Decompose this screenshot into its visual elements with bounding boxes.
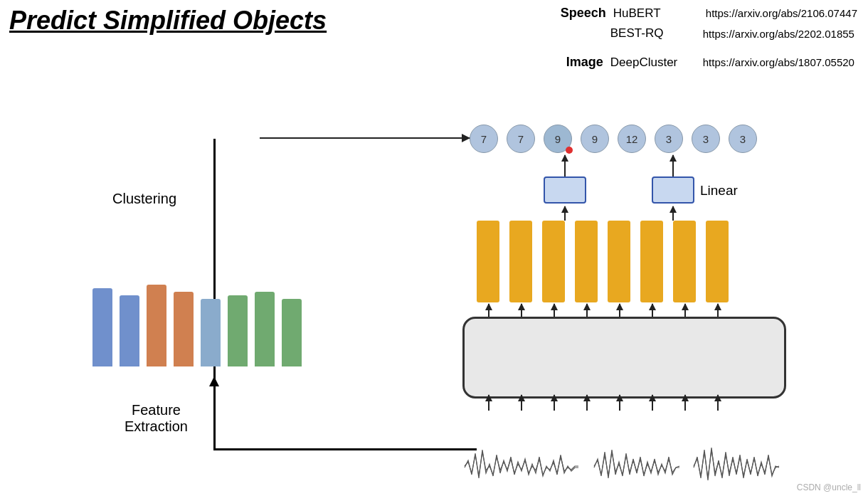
- up-arrow-wave2: [554, 395, 555, 411]
- image-ref-row: Image DeepCluster https://arxiv.org/abs/…: [561, 55, 857, 70]
- linear-label: Linear: [700, 183, 738, 199]
- transformer-box: [462, 317, 786, 399]
- cluster-bubble-7: 3: [729, 125, 757, 153]
- references-panel: Speech HuBERT https://arxiv.org/abs/2106…: [561, 6, 857, 70]
- cluster-bubble-0: 7: [470, 125, 498, 153]
- up-arrow-wave0: [488, 395, 489, 411]
- bestrq-name: BEST-RQ: [610, 26, 696, 41]
- cluster-bubble-4: 12: [618, 125, 646, 153]
- deepcluster-link: https://arxiv.org/abs/1807.05520: [703, 56, 854, 68]
- waveform-3: [690, 439, 783, 496]
- up-arrow-enc7: [717, 304, 719, 317]
- feat-bar-2: [147, 285, 166, 366]
- up-arrow-linear1: [564, 155, 566, 176]
- up-arrow-wave3: [586, 395, 588, 411]
- gold-bar-6: [673, 221, 696, 302]
- deepcluster-name: DeepCluster: [610, 56, 696, 70]
- up-arrow-wave5: [652, 395, 653, 411]
- up-arrow-enc2: [554, 304, 555, 317]
- speech-label: Speech: [561, 6, 606, 21]
- cluster-bubble-5: 3: [655, 125, 683, 153]
- up-arrow-wave7: [717, 395, 719, 411]
- bestrq-ref-row: BEST-RQ https://arxiv.org/abs/2202.01855: [561, 26, 857, 41]
- cluster-bubble-2: 9: [544, 125, 572, 153]
- feat-bar-0: [92, 288, 112, 366]
- feat-bar-1: [120, 295, 139, 366]
- up-arrow-enc4: [619, 304, 620, 317]
- hubert-link: https://arxiv.org/abs/2106.07447: [706, 7, 857, 19]
- hubert-name: HuBERT: [613, 6, 699, 21]
- red-dot: [566, 147, 573, 154]
- page-title: Predict Simplified Objects: [9, 6, 327, 36]
- bottom-horizontal-line: [213, 448, 477, 450]
- up-arrow-enc0: [488, 304, 489, 317]
- feature-bars: [92, 285, 302, 366]
- up-arrow-gold2-to-linear: [672, 206, 674, 221]
- cluster-bubble-3: 9: [581, 125, 609, 153]
- up-arrow-enc3: [586, 304, 588, 317]
- cluster-bubble-1: 7: [507, 125, 535, 153]
- up-arrow-wave6: [684, 395, 686, 411]
- bestrq-link: https://arxiv.org/abs/2202.01855: [703, 28, 854, 40]
- up-arrow-enc5: [652, 304, 653, 317]
- clustering-label: Clustering: [112, 191, 176, 207]
- up-arrow-wave4: [619, 395, 620, 411]
- gold-bar-0: [477, 221, 499, 302]
- feat-bar-6: [255, 292, 275, 366]
- up-arrow-wave1: [521, 395, 522, 411]
- feature-extraction-label: Feature Extraction: [125, 402, 188, 435]
- cluster-bubbles-row: 7 7 9 9 12 3 3 3: [470, 125, 757, 153]
- speech-ref-row: Speech HuBERT https://arxiv.org/abs/2106…: [561, 6, 857, 21]
- feat-bar-3: [174, 292, 194, 366]
- gold-bar-2: [542, 221, 565, 302]
- up-arrow-enc6: [684, 304, 686, 317]
- watermark: CSDN @uncle_ll: [797, 482, 861, 492]
- gold-bar-7: [706, 221, 729, 302]
- up-arrow-linear2: [672, 155, 674, 176]
- feat-bar-7: [282, 299, 302, 366]
- feat-bar-4: [201, 299, 221, 366]
- horizontal-arrow: [260, 137, 470, 139]
- gold-bars-row: [477, 221, 729, 302]
- linear-box-2: [652, 176, 694, 204]
- up-arrow-gold1-to-linear: [564, 206, 566, 221]
- feat-bar-5: [228, 295, 248, 366]
- gold-bar-1: [509, 221, 532, 302]
- waveform-2: [591, 439, 683, 496]
- linear-box-1: [544, 176, 586, 204]
- big-up-arrow: [213, 377, 216, 448]
- gold-bar-4: [608, 221, 630, 302]
- gold-bar-5: [640, 221, 663, 302]
- cluster-bubble-6: 3: [692, 125, 720, 153]
- gold-bar-3: [575, 221, 598, 302]
- waveform-1: [461, 439, 582, 496]
- image-label: Image: [561, 55, 603, 70]
- up-arrow-enc1: [521, 304, 522, 317]
